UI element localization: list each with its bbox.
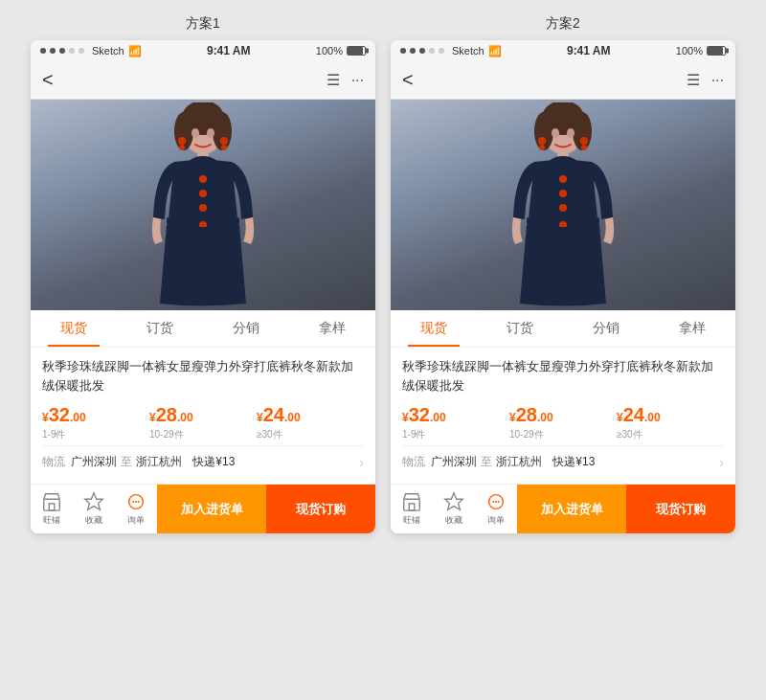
- svg-rect-17: [44, 499, 60, 510]
- plan2-buy-now-button[interactable]: 现货订购: [626, 485, 735, 533]
- plan2-product-info: 秋季珍珠绒踩脚一体裤女显瘦弹力外穿打底裤秋冬新款加绒保暖批发 ¥32.00 1-…: [391, 348, 735, 484]
- p2dot5: [439, 48, 444, 54]
- plan2-status-right: 100%: [676, 45, 726, 56]
- plan2-battery-icon: [707, 46, 726, 56]
- plan2-price2-int: 24: [623, 404, 644, 425]
- plan1-bottom-icons: 旺铺 收藏: [31, 487, 157, 531]
- plan1-shipping-space: [186, 456, 189, 469]
- svg-point-35: [538, 137, 546, 145]
- plan1-buy-now-button[interactable]: 现货订购: [266, 485, 375, 533]
- plan1-fav-label: 收藏: [85, 514, 102, 527]
- plan1-phone: Sketch 📶 9:41 AM 100% < ☰ ···: [31, 40, 375, 533]
- svg-point-5: [189, 156, 217, 171]
- plan1-battery-icon: [347, 46, 366, 56]
- svg-point-3: [213, 112, 232, 150]
- plan1-wifi-icon: 📶: [128, 45, 142, 57]
- dot3: [59, 48, 65, 54]
- svg-rect-41: [404, 499, 420, 510]
- plan2-add-cart-button[interactable]: 加入进货单: [517, 485, 626, 533]
- plan2-shipping-space: [546, 456, 549, 469]
- plan2-price-2: ¥24.00 ≥30件: [617, 404, 724, 441]
- plan2-tabs: 现货 订货 分销 拿样: [391, 310, 735, 348]
- plan1-shipping-from: 广州深圳: [71, 454, 117, 470]
- svg-point-15: [192, 128, 199, 138]
- plan2-store-icon: [401, 491, 422, 512]
- plan2-back-button[interactable]: <: [402, 69, 414, 91]
- plan2-price2-yuan: ¥: [617, 411, 623, 424]
- plan1-price0-range: 1-9件: [42, 428, 149, 441]
- plan2-carrier: Sketch: [452, 45, 484, 56]
- plan2-more-icon[interactable]: ···: [711, 72, 724, 89]
- plan1-status-left: Sketch 📶: [40, 45, 142, 57]
- plan2-tab-3[interactable]: 拿样: [649, 310, 735, 347]
- svg-point-39: [552, 128, 559, 138]
- plan1-store-icon-item[interactable]: 旺铺: [31, 487, 73, 531]
- plan1-time: 9:41 AM: [207, 44, 251, 57]
- plan2-store-icon-item[interactable]: 旺铺: [391, 487, 433, 531]
- svg-point-14: [221, 145, 227, 150]
- plan2-shipping-label: 物流: [402, 454, 425, 470]
- plan2-shipping-chevron[interactable]: ›: [719, 455, 724, 470]
- svg-point-7: [199, 175, 207, 183]
- plan2-price2-range: ≥30件: [617, 428, 724, 441]
- plan1-price0-int: 32: [49, 404, 70, 425]
- plan2-price2-dec: .00: [644, 411, 661, 424]
- plan2-wrapper: 方案2 Sketch 📶 9:41 AM 100%: [391, 15, 735, 533]
- plan1-back-button[interactable]: <: [42, 69, 54, 91]
- plan1-add-cart-button[interactable]: 加入进货单: [157, 485, 266, 533]
- plan1-star-icon: [83, 491, 104, 512]
- plan2-bottom-bar: 旺铺 收藏: [391, 484, 735, 533]
- plan1-price1-int: 28: [156, 404, 177, 425]
- plan1-tab-0[interactable]: 现货: [31, 310, 117, 347]
- svg-point-16: [207, 128, 214, 138]
- outer-container: 方案1 Sketch 📶 9:41 AM 100%: [0, 0, 766, 700]
- plan2-tab-0[interactable]: 现货: [391, 310, 477, 347]
- plan1-chat-icon-item[interactable]: 询单: [115, 487, 157, 531]
- svg-point-33: [559, 204, 567, 212]
- svg-point-37: [580, 137, 588, 145]
- plan1-store-icon: [41, 491, 62, 512]
- plan2-price0-yuan: ¥: [402, 411, 409, 424]
- plan2-price0-range: 1-9件: [402, 428, 509, 441]
- p2dot4: [429, 48, 435, 54]
- plan2-tab-1[interactable]: 订货: [477, 310, 563, 347]
- plan2-chat-label: 询单: [487, 514, 505, 527]
- svg-point-2: [174, 112, 193, 150]
- plan2-fav-icon-item[interactable]: 收藏: [433, 487, 475, 531]
- plan2-nav-bar: < ☰ ···: [391, 61, 735, 100]
- plan1-prices-row: ¥32.00 1-9件 ¥28.00 10-29件 ¥2: [42, 404, 364, 441]
- p2dot1: [400, 48, 406, 54]
- svg-point-21: [132, 501, 134, 503]
- plan1-shipping-label: 物流: [42, 454, 65, 470]
- plan1-more-icon[interactable]: ···: [351, 72, 364, 89]
- plan2-product-title: 秋季珍珠绒踩脚一体裤女显瘦弹力外穿打底裤秋冬新款加绒保暖批发: [402, 357, 724, 395]
- plan1-price2-yuan: ¥: [257, 411, 263, 424]
- plan1-price2-range: ≥30件: [257, 428, 364, 441]
- plan2-shipping-row: 物流 广州深圳 至 浙江杭州 快递¥13 ›: [402, 445, 724, 478]
- plan2-bottom-buttons: 加入进货单 现货订购: [517, 485, 735, 533]
- plan2-wifi-icon: 📶: [488, 45, 502, 57]
- plan2-chat-icon-item[interactable]: 询单: [475, 487, 517, 531]
- plan1-menu-icon[interactable]: ☰: [327, 71, 340, 89]
- plan1-shipping-chevron[interactable]: ›: [359, 455, 364, 470]
- svg-marker-43: [445, 493, 462, 509]
- plan2-time: 9:41 AM: [567, 44, 611, 57]
- plan1-product-title: 秋季珍珠绒踩脚一体裤女显瘦弹力外穿打底裤秋冬新款加绒保暖批发: [42, 357, 364, 395]
- plan2-price1-int: 28: [516, 404, 537, 425]
- plan2-price-1: ¥28.00 10-29件: [509, 404, 617, 441]
- dot2: [50, 48, 56, 54]
- plan2-menu-icon[interactable]: ☰: [687, 71, 700, 89]
- plans-row: 方案1 Sketch 📶 9:41 AM 100%: [19, 15, 747, 533]
- plan1-carrier: Sketch: [92, 45, 124, 56]
- plan2-star-icon: [443, 491, 464, 512]
- plan1-price-0: ¥32.00 1-9件: [42, 404, 149, 441]
- plan2-tab-2[interactable]: 分销: [563, 310, 649, 347]
- p2dot2: [410, 48, 416, 54]
- plan1-product-info: 秋季珍珠绒踩脚一体裤女显瘦弹力外穿打底裤秋冬新款加绒保暖批发 ¥32.00 1-…: [31, 348, 375, 484]
- plan1-tab-2[interactable]: 分销: [203, 310, 289, 347]
- plan1-tab-3[interactable]: 拿样: [289, 310, 375, 347]
- plan2-shipping-from: 广州深圳: [431, 454, 477, 470]
- plan1-tab-1[interactable]: 订货: [117, 310, 203, 347]
- dot4: [69, 48, 75, 54]
- plan1-fav-icon-item[interactable]: 收藏: [73, 487, 115, 531]
